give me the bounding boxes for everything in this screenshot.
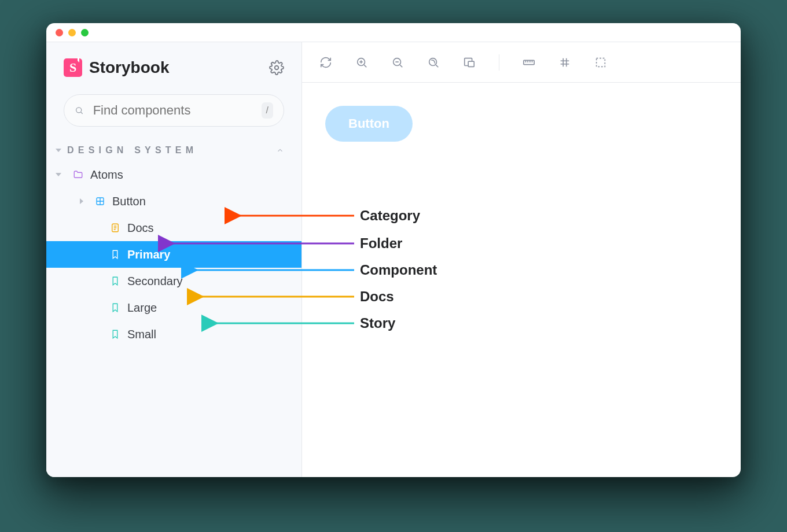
chevron-up-icon bbox=[276, 146, 284, 154]
sidebar-story-primary[interactable]: Primary bbox=[46, 241, 301, 268]
outline-icon[interactable] bbox=[594, 56, 607, 69]
annotation-component: Component bbox=[360, 262, 437, 278]
zoom-in-icon[interactable] bbox=[355, 56, 368, 69]
bookmark-icon bbox=[110, 329, 120, 339]
component-icon bbox=[95, 196, 105, 206]
search-icon bbox=[75, 105, 84, 116]
sidebar-story-secondary[interactable]: Secondary bbox=[46, 268, 301, 294]
svg-rect-9 bbox=[524, 60, 534, 64]
sidebar-docs[interactable]: Docs bbox=[46, 215, 301, 241]
svg-point-0 bbox=[275, 66, 279, 70]
search-shortcut: / bbox=[262, 102, 273, 119]
component-label: Button bbox=[112, 195, 146, 208]
story-label: Small bbox=[127, 328, 156, 341]
svg-point-1 bbox=[76, 108, 82, 113]
storybook-logo-icon: S bbox=[64, 58, 82, 77]
sidebar-story-small[interactable]: Small bbox=[46, 321, 301, 348]
zoom-reset-icon[interactable] bbox=[427, 56, 440, 69]
docs-label: Docs bbox=[127, 221, 154, 235]
sidebar: S Storybook / DESIGN SYSTEM A bbox=[46, 42, 302, 477]
gear-icon[interactable] bbox=[269, 60, 284, 75]
document-icon bbox=[110, 223, 120, 233]
sync-icon[interactable] bbox=[319, 56, 332, 69]
bookmark-icon bbox=[110, 302, 120, 313]
grid-icon[interactable] bbox=[558, 56, 571, 69]
category-label: DESIGN SYSTEM bbox=[67, 145, 276, 156]
annotation-docs: Docs bbox=[360, 289, 394, 305]
svg-rect-10 bbox=[597, 58, 605, 66]
close-icon[interactable] bbox=[56, 29, 63, 36]
window-titlebar bbox=[46, 23, 741, 42]
sidebar-component-button[interactable]: Button bbox=[46, 188, 301, 215]
toolbar-separator bbox=[499, 54, 499, 71]
folder-icon bbox=[73, 169, 83, 180]
annotation-folder: Folder bbox=[360, 235, 402, 252]
preview-toolbar bbox=[302, 42, 741, 83]
storybook-window: S Storybook / DESIGN SYSTEM A bbox=[46, 23, 741, 477]
preview-button[interactable]: Button bbox=[325, 106, 413, 142]
sidebar-category[interactable]: DESIGN SYSTEM bbox=[46, 139, 301, 161]
sidebar-folder-atoms[interactable]: Atoms bbox=[46, 161, 301, 188]
svg-rect-8 bbox=[468, 61, 474, 66]
story-label: Primary bbox=[127, 248, 171, 261]
sidebar-story-large[interactable]: Large bbox=[46, 294, 301, 321]
annotation-story: Story bbox=[360, 315, 395, 331]
story-label: Secondary bbox=[127, 275, 183, 288]
svg-point-6 bbox=[429, 58, 437, 65]
viewport-icon[interactable] bbox=[463, 56, 476, 69]
measure-icon[interactable] bbox=[523, 56, 535, 69]
maximize-icon[interactable] bbox=[81, 29, 89, 36]
minimize-icon[interactable] bbox=[68, 29, 76, 36]
canvas: Button bbox=[302, 83, 741, 165]
search-field[interactable] bbox=[92, 102, 253, 119]
brand-row: S Storybook bbox=[46, 42, 301, 83]
zoom-out-icon[interactable] bbox=[391, 56, 404, 69]
search-input[interactable]: / bbox=[64, 94, 284, 127]
annotation-category: Category bbox=[360, 208, 420, 224]
chevron-down-icon bbox=[56, 149, 61, 152]
bookmark-icon bbox=[110, 276, 120, 286]
bookmark-icon bbox=[110, 249, 120, 260]
folder-label: Atoms bbox=[90, 168, 123, 182]
chevron-right-icon bbox=[80, 198, 83, 204]
story-label: Large bbox=[127, 301, 157, 315]
chevron-down-icon bbox=[56, 173, 61, 176]
app-title: Storybook bbox=[89, 58, 169, 77]
preview-pane: Button Category Folder Component bbox=[302, 42, 741, 477]
